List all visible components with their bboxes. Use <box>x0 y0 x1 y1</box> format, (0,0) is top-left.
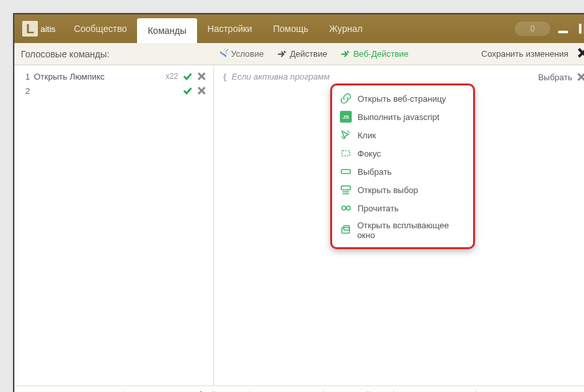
web-action-menu: Открыть веб-страницуJSВыполнить javascri… <box>330 83 475 249</box>
menu-item[interactable]: Открыть всплывающее окно <box>333 217 472 243</box>
toolbar: Голосовые команды: ? Условие Действие Ве… <box>14 43 584 65</box>
svg-point-7 <box>342 206 346 210</box>
row-number: 2 <box>21 86 30 96</box>
save-label: Сохранить изменения <box>482 49 569 59</box>
menu-item-label: Открыть выбор <box>358 185 418 195</box>
main-tabs: СообществоКомандыНастройкиПомощьЖурнал <box>63 14 373 43</box>
command-row[interactable]: 2 <box>18 83 209 98</box>
openselect-icon <box>340 184 352 196</box>
action-label: Действие <box>290 49 327 59</box>
voice-commands-title: Голосовые команды: <box>21 49 210 59</box>
minimize-button[interactable] <box>557 22 570 35</box>
row-label: Открыть Люмпикс <box>34 72 162 82</box>
brace-icon: { <box>223 72 226 82</box>
menu-item-label: Выбрать <box>358 167 392 177</box>
choose-label: Выбрать <box>538 72 572 82</box>
remove-icon[interactable] <box>196 85 207 96</box>
status-bar: Переменные:LaitisУправление вебсайтамиОк… <box>14 385 584 392</box>
check-icon[interactable] <box>182 71 192 82</box>
condition-line[interactable]: { Если активна программ <box>223 72 584 82</box>
condition-placeholder: Если активна программ <box>232 72 330 82</box>
menu-item[interactable]: Выбрать <box>333 162 472 181</box>
svg-text:?: ? <box>224 49 228 55</box>
condition-button[interactable]: ? Условие <box>213 47 269 61</box>
condition-label: Условие <box>231 49 264 59</box>
app-name: aitis <box>40 24 55 34</box>
svg-rect-4 <box>342 151 350 156</box>
focus-icon <box>340 147 352 159</box>
app-logo: L aitis <box>14 14 63 43</box>
tab-команды[interactable]: Команды <box>137 18 196 43</box>
save-button[interactable]: Сохранить изменения <box>478 49 569 59</box>
menu-item-label: Клик <box>358 130 376 140</box>
svg-point-8 <box>346 206 350 210</box>
check-icon[interactable] <box>182 85 192 96</box>
web-action-icon <box>340 49 350 59</box>
action-button[interactable]: Действие <box>271 47 332 61</box>
menu-item-label: Открыть веб-страницу <box>358 94 446 104</box>
menu-item[interactable]: Прочитать <box>333 199 472 217</box>
close-button[interactable] <box>576 46 584 61</box>
row-count: x22 <box>166 72 178 81</box>
svg-rect-5 <box>341 170 350 173</box>
command-list: 1Открыть Люмпиксx222 <box>14 65 214 385</box>
pause-button[interactable] <box>576 22 584 35</box>
logo-mark-icon: L <box>22 21 38 37</box>
app-window: L aitis СообществоКомандыНастройкиПомощь… <box>13 13 584 392</box>
menu-item[interactable]: Клик <box>333 126 472 144</box>
tab-сообщество[interactable]: Сообщество <box>63 14 137 43</box>
web-action-label: Веб-Действие <box>353 49 408 59</box>
menu-item-label: Выполнить javascript <box>358 112 439 122</box>
tab-журнал[interactable]: Журнал <box>319 14 373 43</box>
action-icon <box>277 49 287 59</box>
command-row[interactable]: 1Открыть Люмпиксx22 <box>18 69 209 83</box>
row-number: 1 <box>21 72 30 82</box>
tab-настройки[interactable]: Настройки <box>197 14 263 43</box>
cursor-icon <box>340 129 352 141</box>
menu-item-label: Фокус <box>358 149 381 158</box>
remove-icon[interactable] <box>196 71 207 82</box>
link-icon <box>340 93 352 104</box>
menu-item[interactable]: Фокус <box>333 144 472 162</box>
svg-rect-6 <box>341 186 350 190</box>
title-bar: L aitis СообществоКомандыНастройкиПомощь… <box>14 14 584 43</box>
menu-item[interactable]: JSВыполнить javascript <box>333 108 472 126</box>
js-icon: JS <box>340 111 352 123</box>
read-icon <box>340 202 352 214</box>
titlebar-right: 0 <box>515 14 584 43</box>
menu-item[interactable]: Открыть веб-страницу <box>333 89 472 108</box>
tab-помощь[interactable]: Помощь <box>262 14 318 43</box>
menu-item-label: Открыть всплывающее окно <box>357 220 465 240</box>
menu-item[interactable]: Открыть выбор <box>333 181 472 199</box>
web-action-button[interactable]: Веб-Действие <box>335 47 414 61</box>
condition-icon: ? <box>218 49 228 59</box>
main-body: 1Открыть Люмпиксx222 { Если активна прог… <box>14 65 584 385</box>
select-icon <box>340 166 352 177</box>
counter-pill: 0 <box>515 22 550 36</box>
close-icon[interactable] <box>576 72 584 82</box>
menu-item-label: Прочитать <box>358 204 399 213</box>
choose-control[interactable]: Выбрать <box>538 72 584 82</box>
popup-icon <box>340 224 351 236</box>
